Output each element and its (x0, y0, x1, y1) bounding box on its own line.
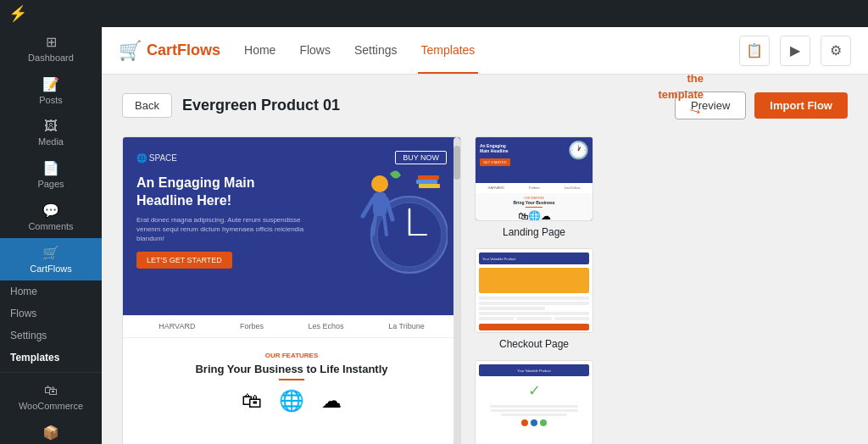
import-flow-button[interactable]: Import Flow (754, 92, 848, 119)
woocommerce-icon: 🛍 (44, 383, 58, 398)
lp-logo: 🌐 SPACE (136, 153, 177, 163)
lp-cta-button[interactable]: LET'S GET STARTED (136, 252, 232, 269)
sidebar-item-label: Posts (39, 95, 63, 105)
nav-link-flows[interactable]: Flows (296, 28, 334, 74)
feature-icon-2: 🌐 (279, 389, 304, 413)
sidebar-sub-templates[interactable]: Templates (0, 347, 102, 369)
lp-features-tag: OUR FEATURES (136, 352, 447, 359)
sidebar-item-dashboard[interactable]: ⊞ Dashboard (0, 27, 102, 69)
sidebar-item-media[interactable]: 🖼 Media (0, 112, 102, 153)
sidebar-item-label: Media (38, 136, 64, 147)
sidebar-separator (0, 372, 102, 373)
top-nav: 🛒 CartFlows Home Flows Settings Template… (102, 27, 868, 75)
top-nav-right: 📋 ▶ ⚙ (739, 36, 851, 66)
sidebar-item-label: Dashboard (28, 53, 74, 63)
thumbnail-landing-img[interactable]: An EngagingMain Headline 🕐 GET STARTED H… (475, 136, 593, 221)
cartflows-sub-menu: Home Flows Settings Templates (0, 280, 102, 369)
content-header-left: Back Evergreen Product 01 (122, 93, 340, 118)
brand-forbes: Forbes (240, 322, 264, 330)
products-icon: 📦 (42, 425, 59, 441)
lp-brands: HARVARD Forbes Les Echos La Tribune (123, 315, 460, 338)
sidebar-item-pages[interactable]: 📄 Pages (0, 153, 102, 196)
svg-rect-12 (419, 184, 440, 188)
content-header-right: Click to importthe template → Preview Im… (675, 92, 848, 119)
nav-link-settings[interactable]: Settings (351, 28, 401, 74)
lp-features-title: Bring Your Business to Life Instantly (136, 363, 447, 375)
lp-illustration (342, 154, 452, 290)
template-area: 🌐 SPACE BUY NOW An Engaging Main Headlin… (122, 136, 848, 444)
dot-3 (540, 419, 547, 426)
sidebar-item-label: Pages (37, 179, 64, 189)
comments-icon: 💬 (42, 203, 59, 219)
svg-rect-5 (373, 192, 387, 216)
thumb-thankyou-text (479, 405, 589, 416)
thumbnail-thankyou-img[interactable]: Your Valuable Product ✓ (475, 360, 593, 444)
svg-line-6 (363, 199, 373, 216)
main-preview: 🌐 SPACE BUY NOW An Engaging Main Headlin… (122, 136, 461, 444)
svg-rect-10 (418, 175, 439, 180)
admin-bar: ⚡ (0, 0, 868, 27)
sub-templates-label: Templates (10, 352, 59, 364)
sidebar-item-label: CartFlows (30, 264, 72, 274)
thumbnail-checkout: Your Valuable Product (475, 248, 593, 350)
sidebar-item-cartflows[interactable]: 🛒 CartFlows (0, 238, 102, 280)
sub-settings-label: Settings (10, 330, 47, 341)
sidebar-sub-settings[interactable]: Settings (0, 325, 102, 347)
thankyou-line-2 (490, 409, 578, 412)
thumbnail-checkout-img[interactable]: Your Valuable Product (475, 248, 593, 333)
thumbnails: An EngagingMain Headline 🕐 GET STARTED H… (475, 136, 593, 444)
nav-link-home[interactable]: Home (241, 28, 279, 74)
thankyou-line-3 (501, 413, 567, 416)
thumb-checkout-form (479, 297, 589, 320)
scroll-thumb (453, 146, 460, 180)
brand-latribune: La Tribune (388, 322, 425, 330)
brand: 🛒 CartFlows (119, 40, 220, 62)
brand-icon: 🛒 (119, 40, 142, 62)
brand-name: CartFlows (147, 42, 220, 59)
thankyou-line-1 (490, 405, 578, 408)
nav-links: Home Flows Settings Templates (241, 28, 478, 74)
checkout-row-1 (479, 297, 589, 300)
sidebar-sub-home[interactable]: Home (0, 280, 102, 302)
feature-icon-1: 🛍 (242, 389, 262, 413)
checkout-row-2 (479, 302, 589, 305)
scroll-bar[interactable] (453, 137, 460, 444)
thumbnail-landing-label: Landing Page (503, 226, 565, 238)
page-title: Evergreen Product 01 (182, 97, 340, 114)
thumb-checkout-btn (479, 324, 589, 330)
sidebar-item-woocommerce[interactable]: 🛍 WooCommerce (0, 376, 102, 418)
lp-hero: 🌐 SPACE BUY NOW An Engaging Main Headlin… (123, 137, 460, 315)
nav-docs-button[interactable]: 📋 (739, 36, 770, 66)
sidebar-sub-flows[interactable]: Flows (0, 302, 102, 325)
thumbnail-thankyou: Your Valuable Product ✓ (475, 360, 593, 444)
back-button[interactable]: Back (122, 93, 172, 118)
wp-logo-icon: ⚡ (8, 4, 27, 23)
preview-button[interactable]: Preview (675, 92, 746, 119)
lp-subtext: Erat donec magna adipiscing. Aute rerum … (136, 215, 307, 244)
nav-settings-button[interactable]: ⚙ (821, 36, 851, 66)
brand-lesechos: Les Echos (309, 322, 344, 330)
thumb-checkout-product (479, 268, 589, 293)
nav-link-templates[interactable]: Templates (418, 28, 479, 74)
thumbnail-landing: An EngagingMain Headline 🕐 GET STARTED H… (475, 136, 593, 238)
thumb-thankyou-inner: Your Valuable Product ✓ (476, 361, 593, 444)
sidebar-item-products[interactable]: 📦 Products (0, 418, 102, 444)
sidebar-item-label: Comments (28, 221, 73, 231)
sidebar-item-posts[interactable]: 📝 Posts (0, 69, 102, 112)
svg-rect-11 (416, 180, 437, 184)
thumb-thankyou-header: Your Valuable Product (479, 364, 589, 376)
main-preview-inner: 🌐 SPACE BUY NOW An Engaging Main Headlin… (123, 137, 460, 444)
pages-icon: 📄 (42, 160, 59, 176)
lp-features-underline (279, 379, 304, 380)
posts-icon: 📝 (42, 76, 59, 92)
lp-headline: An Engaging Main Headline Here! (136, 175, 307, 210)
dot-2 (531, 419, 537, 426)
sidebar-item-label: WooCommerce (19, 401, 83, 411)
media-icon: 🖼 (44, 119, 58, 134)
thumb-checkout-header: Your Valuable Product (479, 253, 589, 264)
sidebar-item-comments[interactable]: 💬 Comments (0, 196, 102, 238)
thumb-thankyou-check: ✓ (479, 381, 589, 400)
thumb-checkout-inner: Your Valuable Product (476, 249, 593, 332)
nav-video-button[interactable]: ▶ (780, 36, 810, 66)
content-area: Back Evergreen Product 01 Click to impor… (102, 75, 868, 444)
